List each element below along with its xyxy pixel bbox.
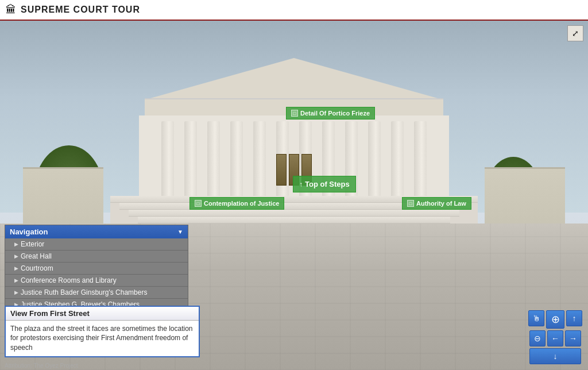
- column: [253, 121, 266, 196]
- zoom-in-button[interactable]: ⊕: [546, 310, 564, 329]
- hotspot-arrow-icon: ↑: [299, 180, 303, 188]
- column: [368, 121, 381, 196]
- hotspot-label: Detail Of Portico Frieze: [300, 110, 370, 117]
- nav-item-ginsburg[interactable]: ▶ Justice Ruth Bader Ginsburg's Chambers: [5, 287, 188, 299]
- nav-item-conference[interactable]: ▶ Conference Rooms and Library: [5, 275, 188, 287]
- cursor-button[interactable]: 🖱: [528, 310, 544, 326]
- hotspot-icon: □: [291, 110, 298, 117]
- nav-arrow-icon: ▶: [14, 241, 18, 247]
- building-wing-right: [485, 167, 565, 230]
- map-controls: 🖱 ⊕ ↑ ⊖ ← → ↓: [528, 310, 582, 364]
- nav-title: Navigation: [10, 228, 48, 236]
- hotspot-top-of-steps[interactable]: ↑ Top of Steps: [293, 176, 356, 192]
- hotspot-icon: □: [407, 200, 414, 207]
- nav-item-courtroom[interactable]: ▶ Courtroom: [5, 263, 188, 275]
- nav-arrow-icon: ▶: [14, 290, 18, 295]
- controls-middle-row: ⊖ ← →: [528, 330, 582, 346]
- hotspot-label: Contemplation of Justice: [204, 200, 279, 207]
- nav-item-label: Justice Ruth Bader Ginsburg's Chambers: [21, 288, 147, 296]
- zoom-out-button[interactable]: ⊖: [529, 330, 546, 346]
- controls-top-row: 🖱 ⊕ ↑: [528, 310, 582, 329]
- nav-arrow-icon: ▶: [14, 265, 18, 271]
- column: [391, 121, 404, 196]
- hotspot-icon: □: [195, 200, 202, 207]
- column: [230, 121, 243, 196]
- nav-item-label: Conference Rooms and Library: [21, 276, 117, 284]
- hotspot-portico-frieze[interactable]: □ Detail Of Portico Frieze: [286, 107, 375, 120]
- down-button[interactable]: ↓: [529, 348, 581, 364]
- column: [207, 121, 220, 196]
- header: 🏛 SUPREME COURT TOUR: [0, 0, 588, 21]
- info-panel-title: View From First Street: [6, 307, 199, 321]
- step: [138, 217, 450, 223]
- info-panel-text: The plaza and the street it faces are so…: [6, 321, 199, 356]
- hotspot-contemplation[interactable]: □ Contemplation of Justice: [189, 197, 284, 210]
- hotspot-label: Authority of Law: [416, 200, 466, 207]
- nav-header[interactable]: Navigation ▼: [5, 225, 188, 238]
- hotspot-authority[interactable]: □ Authority of Law: [402, 197, 471, 210]
- nav-item-label: Great Hall: [21, 252, 52, 260]
- nav-arrow-icon: ▶: [14, 253, 18, 259]
- app: 🏛 SUPREME COURT TOUR: [0, 0, 588, 370]
- column: [161, 121, 174, 196]
- column: [414, 121, 427, 196]
- nav-item-great-hall[interactable]: ▶ Great Hall: [5, 250, 188, 263]
- nav-item-label: Courtroom: [21, 264, 53, 272]
- controls-bottom-row: ↓: [528, 348, 582, 364]
- left-button[interactable]: ←: [547, 330, 563, 346]
- courthouse-icon: 🏛: [6, 4, 16, 16]
- up-button[interactable]: ↑: [566, 310, 582, 326]
- right-button[interactable]: →: [565, 330, 581, 346]
- nav-item-label: Exterior: [21, 240, 44, 248]
- nav-item-exterior[interactable]: ▶ Exterior: [5, 238, 188, 250]
- main-scene: □ Detail Of Portico Frieze □ Contemplati…: [0, 21, 588, 370]
- column: [184, 121, 197, 196]
- page-title: SUPREME COURT TOUR: [21, 5, 140, 15]
- nav-dropdown-icon: ▼: [177, 229, 183, 235]
- pediment: [150, 58, 438, 98]
- hotspot-label: Top of Steps: [305, 180, 350, 188]
- expand-button[interactable]: ⤢: [567, 25, 583, 41]
- building-wing-left: [23, 167, 103, 230]
- scene-background: □ Detail Of Portico Frieze □ Contemplati…: [0, 21, 588, 370]
- info-panel: View From First Street The plaza and the…: [5, 306, 200, 357]
- nav-arrow-icon: ▶: [14, 278, 18, 283]
- door: [276, 154, 287, 186]
- step: [129, 210, 459, 217]
- attribution-text: Attribution: The Oyez Project: [5, 363, 78, 369]
